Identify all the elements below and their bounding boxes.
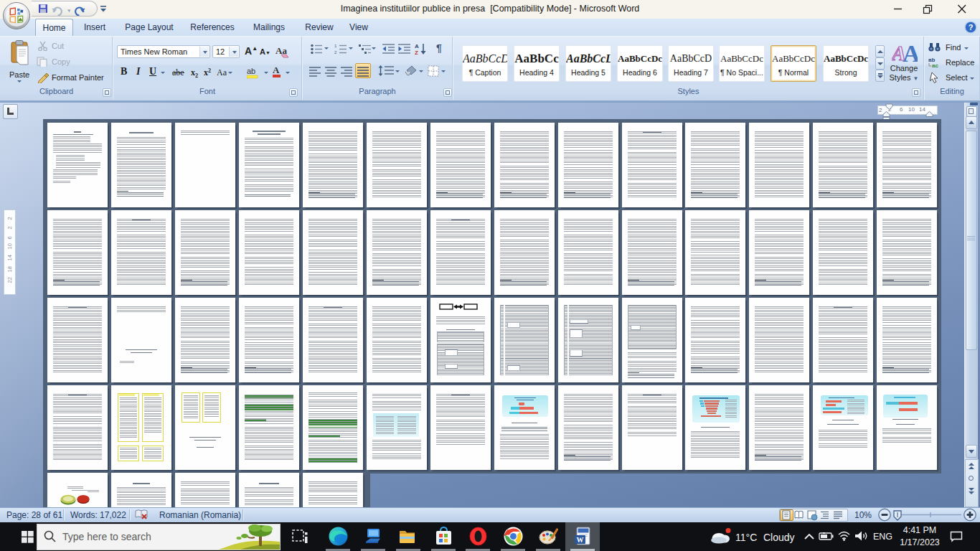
svg-text:A: A [273, 65, 280, 75]
svg-text:ab: ab [247, 67, 255, 75]
svg-text:A: A [903, 40, 918, 63]
svg-text:ac: ac [932, 62, 938, 68]
svg-text:2: 2 [334, 50, 337, 55]
svg-text:1: 1 [334, 44, 337, 48]
svg-text:W: W [577, 536, 584, 544]
svg-text:A: A [415, 43, 419, 50]
svg-text:Z: Z [415, 50, 418, 55]
svg-text:?: ? [969, 23, 974, 32]
